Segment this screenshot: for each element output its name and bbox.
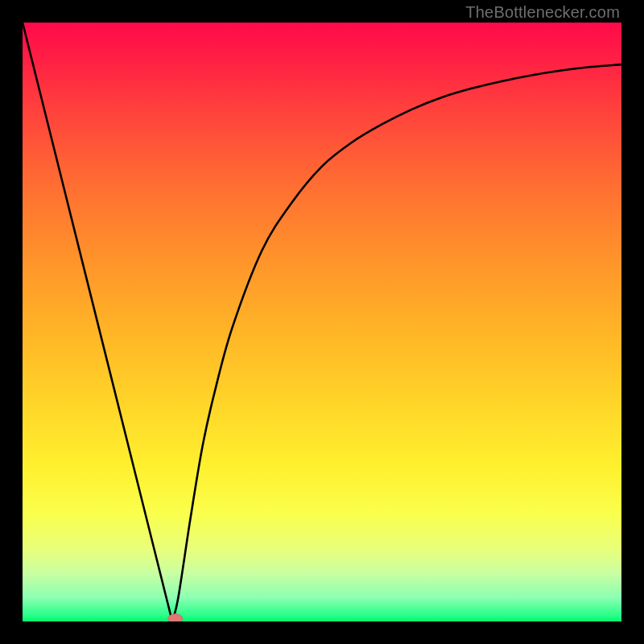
bottleneck-curve: [23, 23, 621, 621]
curve-layer: [23, 23, 621, 621]
chart-frame: TheBottlenecker.com: [0, 0, 644, 644]
optimal-point-marker: [168, 614, 183, 621]
watermark-label: TheBottlenecker.com: [465, 3, 620, 22]
plot-area: [23, 23, 621, 621]
